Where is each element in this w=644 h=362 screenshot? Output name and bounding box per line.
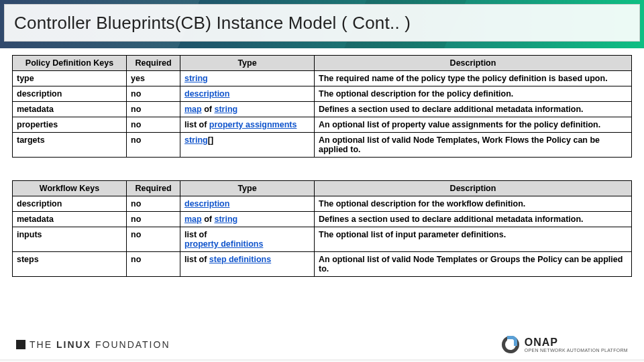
required-cell: no — [127, 133, 180, 158]
square-icon — [16, 340, 25, 349]
table-row: targetsnostring[]An optional list of val… — [13, 133, 632, 158]
workflow-keys-table: Workflow KeysRequiredTypeDescription des… — [12, 180, 632, 277]
description-cell: An optional list of valid Node Templates… — [315, 252, 632, 277]
key-cell: metadata — [13, 212, 127, 227]
lf-text-foundation: FOUNDATION — [95, 339, 170, 350]
required-cell: no — [127, 86, 180, 102]
type-cell: string[] — [180, 133, 315, 158]
column-header: Type — [180, 56, 315, 71]
required-cell: no — [127, 117, 180, 133]
key-cell: description — [13, 196, 127, 212]
description-cell: An optional list of valid Node Templates… — [315, 133, 632, 158]
type-link[interactable]: string — [184, 135, 208, 145]
key-cell: metadata — [13, 102, 127, 117]
description-cell: The optional description for the policy … — [315, 86, 632, 102]
key-cell: type — [13, 71, 127, 86]
key-cell: properties — [13, 117, 127, 133]
type-link[interactable]: description — [184, 89, 229, 99]
table-row: propertiesnolist of property assignments… — [13, 117, 632, 133]
column-header: Workflow Keys — [13, 181, 127, 196]
required-cell: no — [127, 212, 180, 227]
required-cell: no — [127, 252, 180, 277]
type-link[interactable]: description — [184, 199, 229, 208]
column-header: Type — [180, 181, 315, 196]
table-row: descriptionnodescriptionThe optional des… — [13, 196, 632, 212]
type-link[interactable]: map — [184, 105, 202, 114]
type-cell: string — [180, 71, 315, 86]
key-cell: inputs — [13, 227, 127, 252]
description-cell: Defines a section used to declare additi… — [315, 212, 632, 227]
type-cell: map of string — [180, 212, 315, 227]
type-cell: list ofproperty definitions — [180, 227, 315, 252]
table-row: descriptionnodescriptionThe optional des… — [13, 86, 632, 102]
lf-text-the: THE — [30, 339, 52, 350]
table-row: stepsnolist of step definitionsAn option… — [13, 252, 632, 277]
footer: THE LINUX FOUNDATION ONAP OPEN NETWORK A… — [0, 333, 644, 357]
onap-subtitle: OPEN NETWORK AUTOMATION PLATFORM — [525, 348, 628, 353]
column-header: Policy Definition Keys — [13, 56, 127, 71]
type-cell: description — [180, 196, 315, 212]
type-cell: description — [180, 86, 315, 102]
column-header: Required — [127, 181, 180, 196]
type-link[interactable]: step definitions — [209, 255, 271, 264]
column-header: Description — [315, 56, 632, 71]
policy-definition-table: Policy Definition KeysRequiredTypeDescri… — [12, 55, 632, 158]
type-cell: list of property assignments — [180, 117, 315, 133]
table-row: typeyesstringThe required name of the po… — [13, 71, 632, 86]
onap-title: ONAP — [525, 337, 628, 348]
required-cell: yes — [127, 71, 180, 86]
tables-area: Policy Definition KeysRequiredTypeDescri… — [12, 55, 632, 300]
type-link[interactable]: string — [184, 74, 208, 83]
required-cell: no — [127, 196, 180, 212]
description-cell: The optional description for the workflo… — [315, 196, 632, 212]
onap-ring-icon — [502, 336, 519, 353]
required-cell: no — [127, 227, 180, 252]
column-header: Description — [315, 181, 632, 196]
type-link[interactable]: string — [214, 105, 237, 114]
lf-text-linux: LINUX — [56, 339, 91, 350]
key-cell: description — [13, 86, 127, 102]
slide-title: Controller Blueprints(CB) Instance Model… — [4, 4, 640, 42]
linux-foundation-logo: THE LINUX FOUNDATION — [16, 339, 170, 350]
description-cell: The required name of the policy type the… — [315, 71, 632, 86]
type-link[interactable]: property assignments — [209, 120, 297, 129]
footer-shadow — [0, 359, 644, 362]
type-link[interactable]: map — [184, 215, 202, 224]
table-row: metadatanomap of stringDefines a section… — [13, 212, 632, 227]
description-cell: Defines a section used to declare additi… — [315, 102, 632, 117]
description-cell: An optional list of property value assig… — [315, 117, 632, 133]
column-header: Required — [127, 56, 180, 71]
type-link[interactable]: string — [214, 215, 237, 224]
table-row: metadatanomap of stringDefines a section… — [13, 102, 632, 117]
key-cell: steps — [13, 252, 127, 277]
required-cell: no — [127, 102, 180, 117]
type-cell: list of step definitions — [180, 252, 315, 277]
type-link[interactable]: property definitions — [184, 239, 263, 249]
type-cell: map of string — [180, 102, 315, 117]
onap-logo: ONAP OPEN NETWORK AUTOMATION PLATFORM — [502, 336, 628, 353]
table-row: inputsnolist ofproperty definitionsThe o… — [13, 227, 632, 252]
description-cell: The optional list of input parameter def… — [315, 227, 632, 252]
key-cell: targets — [13, 133, 127, 158]
